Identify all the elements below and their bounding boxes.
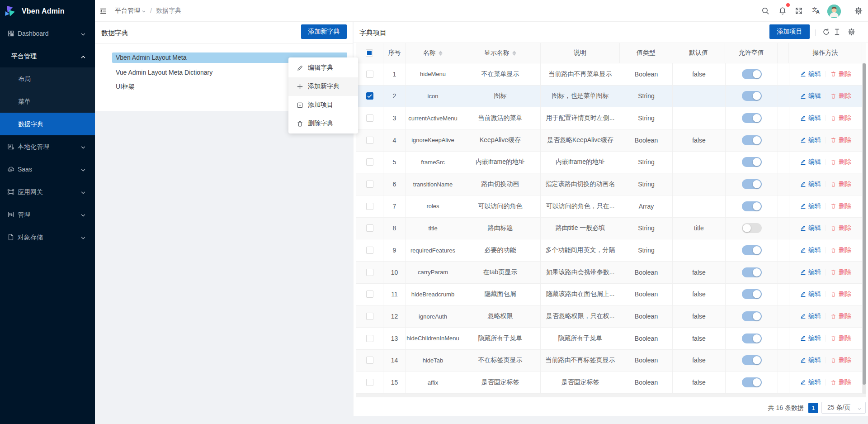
user-avatar[interactable] xyxy=(827,5,841,18)
allow-empty-toggle[interactable] xyxy=(742,201,762,211)
delete-button[interactable]: 删除 xyxy=(830,246,851,254)
edit-button[interactable]: 编辑 xyxy=(800,356,821,364)
allow-empty-toggle[interactable] xyxy=(742,179,762,189)
edit-button[interactable]: 编辑 xyxy=(800,224,821,232)
row-checkbox[interactable] xyxy=(366,224,373,232)
edit-button[interactable]: 编辑 xyxy=(800,202,821,210)
refresh-icon[interactable] xyxy=(822,28,830,36)
row-checkbox[interactable] xyxy=(366,269,373,276)
column-settings-icon[interactable] xyxy=(848,28,855,36)
edit-button[interactable]: 编辑 xyxy=(800,334,821,343)
sidebar-item-app-gateway[interactable]: 应用网关 xyxy=(0,181,95,203)
sidebar-subitem-layout[interactable]: 布局 xyxy=(0,67,95,90)
row-checkbox[interactable] xyxy=(366,114,373,122)
row-checkbox[interactable] xyxy=(366,203,373,210)
allow-empty-toggle[interactable] xyxy=(742,289,762,299)
delete-button[interactable]: 删除 xyxy=(830,136,851,144)
row-checkbox[interactable] xyxy=(366,92,373,100)
select-all-checkbox[interactable] xyxy=(366,49,373,57)
add-dictionary-button[interactable]: 添加新字典 xyxy=(301,24,347,39)
delete-button[interactable]: 删除 xyxy=(830,334,851,343)
vertical-scrollbar[interactable] xyxy=(863,63,866,394)
app-logo[interactable]: Vben Admin xyxy=(0,0,95,22)
search-icon[interactable] xyxy=(761,7,769,15)
dictionary-items-panel: 字典项目 添加项目 序号名称显示名称说明值类型默认值允许空值操作方法1hideM… xyxy=(354,22,868,416)
allow-empty-toggle[interactable] xyxy=(742,113,762,123)
sidebar-subitem-menu[interactable]: 菜单 xyxy=(0,90,95,113)
row-height-icon[interactable] xyxy=(833,28,841,36)
menu-fold-icon[interactable] xyxy=(99,7,107,15)
edit-button[interactable]: 编辑 xyxy=(800,136,821,144)
edit-button[interactable]: 编辑 xyxy=(800,312,821,320)
delete-button[interactable]: 删除 xyxy=(830,202,851,210)
allow-empty-toggle[interactable] xyxy=(742,355,762,365)
notification-bell-icon[interactable] xyxy=(778,7,787,15)
context-menu-item-3[interactable]: 添加项目 xyxy=(288,96,358,114)
context-menu-item-4[interactable]: 删除字典 xyxy=(288,114,358,133)
delete-button[interactable]: 删除 xyxy=(830,312,851,320)
sidebar-subitem-data-dictionary[interactable]: 数据字典 xyxy=(0,113,95,135)
allow-empty-toggle[interactable] xyxy=(742,223,762,233)
sidebar-item-object-storage[interactable]: 对象存储 xyxy=(0,226,95,248)
row-checkbox[interactable] xyxy=(366,71,373,78)
sidebar-item-saas[interactable]: Saas xyxy=(0,158,95,181)
sidebar-item-management[interactable]: 管理 xyxy=(0,203,95,226)
row-checkbox[interactable] xyxy=(366,379,373,386)
edit-button[interactable]: 编辑 xyxy=(800,158,821,166)
row-checkbox[interactable] xyxy=(366,158,373,166)
delete-button[interactable]: 删除 xyxy=(830,378,851,386)
sidebar-item-dashboard[interactable]: Dashboard xyxy=(0,22,95,45)
allow-empty-toggle[interactable] xyxy=(742,157,762,167)
fullscreen-icon[interactable] xyxy=(795,7,803,15)
row-checkbox[interactable] xyxy=(366,357,373,364)
delete-button[interactable]: 删除 xyxy=(830,180,851,188)
breadcrumb-item-platform[interactable]: 平台管理 xyxy=(115,7,146,15)
sort-icons[interactable] xyxy=(439,51,443,56)
allow-empty-toggle[interactable] xyxy=(742,333,762,343)
allow-empty-toggle[interactable] xyxy=(742,377,762,387)
edit-button[interactable]: 编辑 xyxy=(800,114,821,122)
allow-empty-toggle[interactable] xyxy=(742,135,762,145)
row-checkbox[interactable] xyxy=(366,291,373,298)
sort-icons[interactable] xyxy=(512,51,516,56)
edit-button[interactable]: 编辑 xyxy=(800,268,821,276)
column-header-select[interactable] xyxy=(356,43,383,63)
delete-button[interactable]: 删除 xyxy=(830,70,851,78)
translate-icon[interactable]: 文 A xyxy=(812,7,820,15)
context-menu-item-2[interactable]: 添加新字典 xyxy=(288,77,358,96)
edit-pencil-icon xyxy=(800,115,806,121)
settings-gear-icon[interactable] xyxy=(854,7,863,15)
edit-button[interactable]: 编辑 xyxy=(800,378,821,386)
row-checkbox[interactable] xyxy=(366,137,373,144)
edit-button[interactable]: 编辑 xyxy=(800,92,821,100)
delete-button[interactable]: 删除 xyxy=(830,224,851,232)
edit-button[interactable]: 编辑 xyxy=(800,70,821,78)
delete-button[interactable]: 删除 xyxy=(830,158,851,166)
allow-empty-toggle[interactable] xyxy=(742,69,762,79)
add-item-button[interactable]: 添加项目 xyxy=(769,24,810,39)
sidebar-item-platform-management[interactable]: 平台管理 xyxy=(0,45,95,67)
context-menu-item-1[interactable]: 编辑字典 xyxy=(288,59,358,77)
horizontal-scrollbar[interactable] xyxy=(356,394,866,397)
row-checkbox[interactable] xyxy=(366,335,373,342)
delete-button[interactable]: 删除 xyxy=(830,114,851,122)
allow-empty-toggle[interactable] xyxy=(742,245,762,255)
edit-button[interactable]: 编辑 xyxy=(800,290,821,298)
delete-button[interactable]: 删除 xyxy=(830,290,851,298)
column-header-display_name[interactable]: 显示名称 xyxy=(460,43,541,63)
pagination-page-1[interactable]: 1 xyxy=(808,403,818,413)
row-checkbox[interactable] xyxy=(366,313,373,320)
delete-button[interactable]: 删除 xyxy=(830,268,851,276)
allow-empty-toggle[interactable] xyxy=(742,311,762,321)
page-size-select[interactable]: 25 条/页 xyxy=(821,402,866,414)
allow-empty-toggle[interactable] xyxy=(742,91,762,101)
edit-button[interactable]: 编辑 xyxy=(800,180,821,188)
delete-button[interactable]: 删除 xyxy=(830,92,851,100)
row-checkbox[interactable] xyxy=(366,181,373,188)
sidebar-item-localization[interactable]: 本地化管理 xyxy=(0,135,95,158)
column-header-name[interactable]: 名称 xyxy=(406,43,460,63)
row-checkbox[interactable] xyxy=(366,247,373,254)
edit-button[interactable]: 编辑 xyxy=(800,246,821,254)
allow-empty-toggle[interactable] xyxy=(742,267,762,277)
delete-button[interactable]: 删除 xyxy=(830,356,851,364)
